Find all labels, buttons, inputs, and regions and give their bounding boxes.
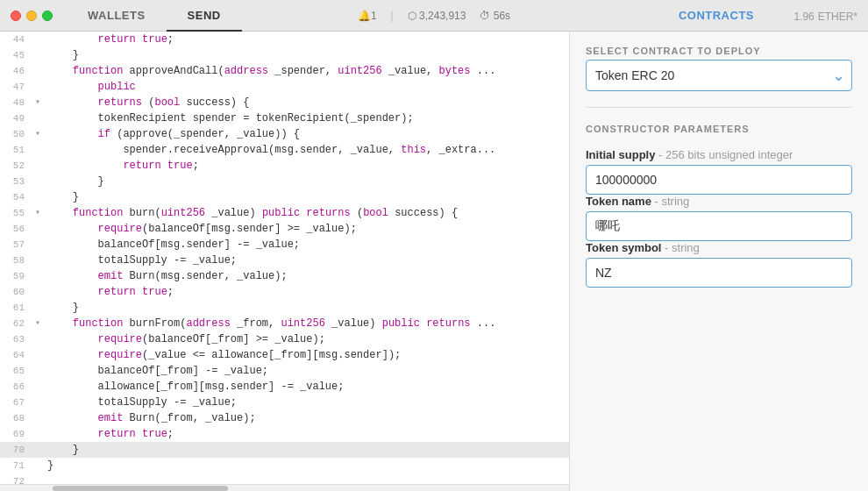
param-label: Token name - string bbox=[586, 195, 852, 208]
line-number: 62 bbox=[0, 316, 35, 331]
code-row: 72 bbox=[0, 473, 569, 484]
code-row: 65 balanceOf[_from] -= _value; bbox=[0, 363, 569, 379]
code-row: 50▾ if (approve(_spender, _value)) { bbox=[0, 126, 569, 142]
line-number: 64 bbox=[0, 347, 35, 363]
param-group: Token symbol - string bbox=[586, 241, 852, 288]
line-code: return true; bbox=[47, 426, 569, 442]
scrollbar-thumb[interactable] bbox=[53, 486, 228, 491]
code-row: 61 } bbox=[0, 300, 569, 316]
gas-icon: ⬡ 3,243,913 bbox=[408, 10, 466, 22]
param-input-2[interactable] bbox=[586, 258, 852, 288]
titlebar-status: 🔔1 | ⬡ 3,243,913 ⏱ 56s bbox=[358, 10, 510, 22]
param-type: - 256 bits unsigned integer bbox=[658, 148, 793, 161]
line-number: 54 bbox=[0, 189, 35, 205]
param-input-0[interactable] bbox=[586, 165, 852, 195]
close-button[interactable] bbox=[11, 11, 21, 21]
titlebar: WALLETS SEND 🔔1 | ⬡ 3,243,913 ⏱ 56s CONT… bbox=[0, 0, 868, 32]
fold-arrow[interactable]: ▾ bbox=[35, 316, 47, 331]
code-row: 70 } bbox=[0, 442, 569, 458]
line-number: 53 bbox=[0, 174, 35, 189]
code-scroll-area[interactable]: 44 return true;45 }46 function approveAn… bbox=[0, 32, 569, 484]
line-code: } bbox=[47, 189, 569, 205]
traffic-lights bbox=[11, 11, 53, 21]
fold-arrow[interactable]: ▾ bbox=[35, 95, 47, 110]
param-name: Initial supply bbox=[586, 148, 655, 161]
code-row: 48▾ returns (bool success) { bbox=[0, 95, 569, 110]
code-row: 53 } bbox=[0, 174, 569, 189]
code-row: 45 } bbox=[0, 47, 569, 63]
code-row: 49 tokenRecipient spender = tokenRecipie… bbox=[0, 110, 569, 126]
line-code: balanceOf[_from] -= _value; bbox=[47, 363, 569, 379]
line-number: 67 bbox=[0, 395, 35, 410]
code-row: 44 return true; bbox=[0, 32, 569, 47]
param-input-1[interactable] bbox=[586, 211, 852, 241]
line-number: 51 bbox=[0, 142, 35, 158]
right-panel: SELECT CONTRACT TO DEPLOY Token ERC 20 ⌄… bbox=[570, 32, 868, 491]
line-number: 47 bbox=[0, 79, 35, 95]
param-group: Initial supply - 256 bits unsigned integ… bbox=[586, 148, 852, 195]
code-row: 46 function approveAndCall(address _spen… bbox=[0, 63, 569, 79]
param-name: Token name bbox=[586, 195, 651, 208]
line-number: 63 bbox=[0, 331, 35, 347]
line-number: 69 bbox=[0, 426, 35, 442]
line-code: public bbox=[47, 79, 569, 95]
param-name: Token symbol bbox=[586, 241, 661, 254]
contract-select-wrapper: Token ERC 20 ⌄ bbox=[586, 60, 852, 91]
code-row: 58 totalSupply -= _value; bbox=[0, 253, 569, 268]
line-code: return true; bbox=[47, 158, 569, 174]
line-code: tokenRecipient spender = tokenRecipient(… bbox=[47, 110, 569, 126]
line-code: emit Burn(_from, _value); bbox=[47, 410, 569, 426]
select-contract-section: SELECT CONTRACT TO DEPLOY Token ERC 20 ⌄ bbox=[586, 46, 852, 91]
line-code: function approveAndCall(address _spender… bbox=[47, 63, 569, 79]
code-row: 55▾ function burn(uint256 _value) public… bbox=[0, 205, 569, 221]
code-row: 64 require(_value <= allowance[_from][ms… bbox=[0, 347, 569, 363]
line-number: 52 bbox=[0, 158, 35, 174]
line-code: } bbox=[47, 442, 569, 458]
param-type: - string bbox=[655, 195, 690, 208]
horizontal-scrollbar[interactable] bbox=[0, 484, 569, 491]
code-row: 71} bbox=[0, 458, 569, 473]
code-row: 47 public bbox=[0, 79, 569, 95]
code-row: 68 emit Burn(_from, _value); bbox=[0, 410, 569, 426]
line-number: 70 bbox=[0, 442, 35, 458]
params-container: Initial supply - 256 bits unsigned integ… bbox=[586, 148, 852, 288]
line-number: 61 bbox=[0, 300, 35, 316]
param-label: Token symbol - string bbox=[586, 241, 852, 254]
main-content: 44 return true;45 }46 function approveAn… bbox=[0, 32, 868, 491]
line-code: require(balanceOf[msg.sender] >= _value)… bbox=[47, 221, 569, 237]
code-row: 56 require(balanceOf[msg.sender] >= _val… bbox=[0, 221, 569, 237]
line-number: 49 bbox=[0, 110, 35, 126]
code-row: 51 spender.receiveApproval(msg.sender, _… bbox=[0, 142, 569, 158]
contract-select[interactable]: Token ERC 20 bbox=[586, 60, 852, 91]
line-number: 58 bbox=[0, 253, 35, 268]
line-number: 45 bbox=[0, 47, 35, 63]
constructor-section: CONSTRUCTOR PARAMETERS Initial supply - … bbox=[586, 124, 852, 288]
line-code: } bbox=[47, 458, 569, 473]
line-number: 48 bbox=[0, 95, 35, 110]
select-label: SELECT CONTRACT TO DEPLOY bbox=[586, 46, 852, 56]
line-code: if (approve(_spender, _value)) { bbox=[47, 126, 569, 142]
line-number: 71 bbox=[0, 458, 35, 473]
tab-wallets[interactable]: WALLETS bbox=[67, 0, 167, 32]
line-code: return true; bbox=[47, 284, 569, 300]
tab-contracts[interactable]: CONTRACTS bbox=[679, 9, 754, 22]
constructor-label: CONSTRUCTOR PARAMETERS bbox=[586, 124, 852, 134]
fold-arrow[interactable]: ▾ bbox=[35, 205, 47, 221]
line-code: balanceOf[msg.sender] -= _value; bbox=[47, 237, 569, 253]
minimize-button[interactable] bbox=[26, 11, 37, 21]
line-number: 46 bbox=[0, 63, 35, 79]
code-table: 44 return true;45 }46 function approveAn… bbox=[0, 32, 569, 484]
time-icon: ⏱ 56s bbox=[480, 10, 510, 22]
code-row: 63 require(balanceOf[_from] >= _value); bbox=[0, 331, 569, 347]
code-row: 57 balanceOf[msg.sender] -= _value; bbox=[0, 237, 569, 253]
fold-arrow[interactable]: ▾ bbox=[35, 126, 47, 142]
line-number: 66 bbox=[0, 379, 35, 395]
maximize-button[interactable] bbox=[42, 11, 53, 21]
code-row: 67 totalSupply -= _value; bbox=[0, 395, 569, 410]
line-number: 44 bbox=[0, 32, 35, 47]
code-row: 66 allowance[_from][msg.sender] -= _valu… bbox=[0, 379, 569, 395]
code-row: 52 return true; bbox=[0, 158, 569, 174]
param-type: - string bbox=[665, 241, 700, 254]
line-code: totalSupply -= _value; bbox=[47, 253, 569, 268]
tab-send[interactable]: SEND bbox=[167, 0, 242, 32]
